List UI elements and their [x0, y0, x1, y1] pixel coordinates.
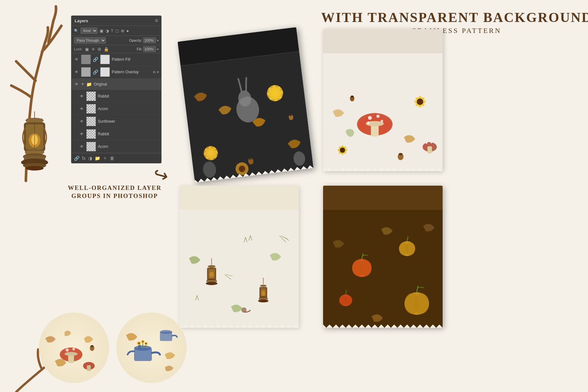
opacity-group: Opacity: ▾ — [129, 37, 159, 43]
svg-point-96 — [414, 293, 429, 314]
layer-item-sunflower[interactable]: 👁 Sunflower — [71, 115, 161, 128]
svg-rect-56 — [399, 153, 402, 155]
new-layer-icon[interactable]: ＋ — [103, 155, 107, 161]
layer-name-acorn-1: Acorn — [98, 107, 159, 111]
visibility-icon[interactable]: 👁 — [79, 106, 84, 111]
fx-label: fx ▾ — [153, 70, 159, 74]
main-container: WITH TRANSPARENT BACKGROUND SEAMLESS PAT… — [0, 0, 588, 392]
svg-line-84 — [226, 274, 233, 276]
adjust-icon: ◑ — [105, 28, 109, 33]
layer-item-rabbit-2[interactable]: 👁 Rabbit — [71, 128, 161, 140]
circle-mushroom-sample — [39, 313, 109, 383]
layer-item-pattern-overlay[interactable]: 👁 🔗 Pattern Overlay fx ▾ — [71, 66, 161, 78]
svg-point-54 — [340, 148, 345, 153]
layer-item-pattern-fill[interactable]: 👁 🔗 Pattern Fill — [71, 53, 161, 66]
lock-label: Lock: — [74, 47, 82, 51]
lock-pixel-icon[interactable]: ▣ — [85, 47, 89, 52]
pixel-icon: ▣ — [100, 28, 103, 33]
layer-item-acorn-2[interactable]: 👁 Acorn — [71, 140, 161, 153]
swatch-white-flap — [323, 29, 443, 53]
delete-layer-icon[interactable]: 🗑 — [110, 156, 114, 161]
lock-move-icon[interactable]: ✛ — [91, 47, 95, 52]
layers-panel-menu-icon[interactable]: ≡ — [155, 18, 158, 24]
svg-point-100 — [66, 348, 69, 352]
svg-point-35 — [202, 161, 217, 179]
link-icon: 🔗 — [93, 69, 98, 75]
visibility-icon[interactable]: 👁 — [79, 119, 84, 124]
layers-panel: Layers ≡ 🔍 Kind ▣ ◑ T ◻ ⊕ ● Pass Through… — [71, 15, 162, 163]
svg-point-61 — [425, 142, 427, 144]
layer-thumb-rabbit-1 — [86, 91, 96, 101]
opacity-label: Opacity: — [129, 38, 142, 42]
filter-dot-icon: ● — [126, 28, 129, 33]
dark-pattern-svg — [181, 51, 314, 183]
teapot-pattern-svg — [116, 313, 187, 383]
layer-item-rabbit-1[interactable]: 👁 Rabbit — [71, 90, 161, 103]
type-icon: T — [111, 28, 113, 33]
fill-arrow-icon: ▾ — [157, 47, 159, 51]
mushroom-pattern-svg — [39, 313, 109, 383]
swatch-dark-body — [181, 51, 314, 183]
kind-select[interactable]: Kind — [80, 27, 98, 34]
swatch-brown-card — [323, 186, 443, 328]
blend-mode-select[interactable]: Pass Through Normal Multiply — [74, 37, 106, 44]
circle-teapot-sample — [116, 313, 187, 383]
layers-lock-row: Lock: ▣ ✛ ⊞ 🔒 Fill: ▾ — [71, 45, 161, 53]
visibility-icon[interactable]: 👁 — [74, 57, 79, 62]
layer-name-sunflower: Sunflower — [98, 119, 159, 124]
svg-point-113 — [142, 341, 144, 343]
layer-name-rabbit-2: Rabbit — [98, 132, 159, 136]
visibility-icon[interactable]: 👁 — [79, 144, 84, 149]
svg-rect-103 — [87, 365, 91, 371]
adjustment-layer-icon[interactable]: ◑ — [88, 156, 92, 161]
layers-panel-title: Layers — [75, 18, 88, 23]
svg-point-67 — [209, 272, 214, 277]
svg-rect-105 — [91, 345, 93, 347]
layers-bottom-bar: 🔗 fx ◑ 📁 ＋ 🗑 — [71, 153, 161, 163]
link-layers-icon[interactable]: 🔗 — [74, 156, 79, 161]
link-icon: 🔗 — [93, 57, 98, 62]
fill-input[interactable] — [143, 46, 156, 52]
svg-point-90 — [405, 242, 415, 255]
svg-point-78 — [258, 300, 268, 303]
visibility-icon[interactable]: 👁 — [79, 94, 84, 99]
svg-rect-60 — [427, 146, 432, 153]
fill-label: Fill: — [137, 47, 142, 51]
layer-name-acorn-2: Acorn — [98, 144, 159, 149]
layer-name-rabbit-1: Rabbit — [98, 94, 159, 98]
opacity-input[interactable] — [143, 37, 156, 43]
visibility-icon[interactable]: 👁 — [74, 82, 79, 87]
lock-lock-icon[interactable]: 🔒 — [104, 47, 109, 52]
fx-icon[interactable]: fx — [82, 156, 86, 161]
layer-thumb-sunflower — [86, 117, 96, 126]
svg-rect-69 — [206, 280, 217, 282]
svg-point-112 — [138, 342, 140, 344]
search-icon: 🔍 — [74, 29, 79, 33]
group-layers-icon[interactable]: 📁 — [95, 156, 100, 161]
layers-search-bar: 🔍 Kind ▣ ◑ T ◻ ⊕ ● — [71, 26, 161, 36]
white-pattern-svg — [323, 53, 443, 171]
svg-point-14 — [26, 166, 44, 170]
layer-name-original: Original — [94, 82, 159, 87]
lock-artboard-icon[interactable]: ⊞ — [98, 47, 101, 52]
swatch-brown-wrapper — [323, 186, 456, 337]
visibility-icon[interactable]: 👁 — [79, 131, 84, 137]
layer-name-pattern-overlay: Pattern Overlay — [112, 70, 151, 74]
svg-point-42 — [376, 115, 380, 118]
layer-thumb-acorn-1 — [86, 104, 96, 114]
svg-rect-30 — [249, 158, 252, 160]
lantern-icon — [14, 111, 56, 173]
swatch-brown-body — [323, 210, 443, 328]
visibility-icon[interactable]: 👁 — [74, 69, 79, 75]
curved-arrow-icon: ↪ — [151, 163, 171, 187]
layer-thumb-rabbit-2 — [86, 129, 96, 139]
filter-icons: ▣ ◑ T ◻ ⊕ ● — [100, 28, 129, 33]
layers-options-row: Pass Through Normal Multiply Opacity: ▾ — [71, 36, 161, 45]
layer-item-acorn-1[interactable]: 👁 Acorn — [71, 103, 161, 115]
layer-mask-pattern-fill — [100, 55, 110, 64]
layer-name-pattern-fill: Pattern Fill — [112, 57, 159, 62]
expand-arrow-icon[interactable]: ▼ — [81, 82, 84, 86]
layer-item-original-group[interactable]: 👁 ▼ 📁 Original — [71, 78, 161, 90]
swatch-white-wrapper — [323, 29, 456, 181]
fill-group: Fill: ▾ — [137, 46, 159, 52]
